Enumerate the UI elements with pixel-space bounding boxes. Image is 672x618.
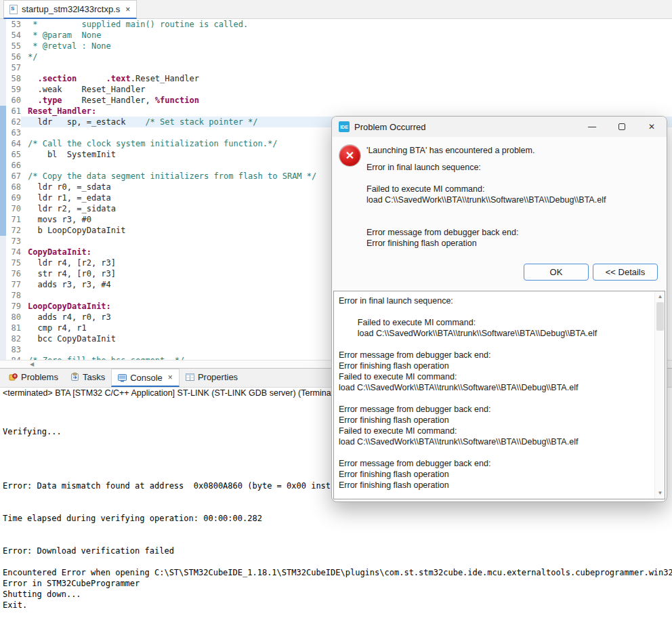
line-number: 66 [6,160,21,171]
line-number: 60 [6,95,21,106]
annotation-strip [0,301,6,312]
annotation-strip [0,62,6,73]
annotation-strip [0,333,6,344]
range-indicator [0,192,6,203]
line-number: 80 [6,312,21,323]
code-line: 59 .weak Reset_Handler [0,84,672,95]
code-text [21,62,672,73]
annotation-strip [0,312,6,323]
line-number: 82 [6,333,21,344]
line-number: 64 [6,138,21,149]
minimize-icon: — [588,122,596,131]
code-text: Reset_Handler: [21,106,672,117]
editor-tab-startup-file[interactable]: S startup_stm32l433rctxp.s × [3,0,137,19]
line-number: 83 [6,344,21,355]
file-icon-letter: S [11,5,15,12]
line-number: 68 [6,182,21,192]
editor-tab-label: startup_stm32l433rctxp.s [22,4,120,14]
tasks-icon [70,373,79,382]
line-number: 57 [6,62,21,73]
dialog-summary: 'Launching BTA' has encountered a proble… [366,146,534,155]
line-number: 78 [6,290,21,301]
scrollbar-thumb[interactable] [656,302,664,331]
annotation-strip [0,30,6,41]
range-indicator [0,203,6,214]
tab-problems[interactable]: Problems [3,369,64,387]
problem-occurred-dialog: IDE Problem Occurred — ✕ ✕ 'Launching BT… [331,116,667,502]
tab-problems-label: Problems [21,372,58,382]
annotation-strip [0,323,6,333]
maximize-button[interactable] [607,117,637,137]
code-text: * @param None [21,30,672,41]
annotation-strip [0,52,6,62]
range-indicator [0,117,6,127]
line-number: 71 [6,214,21,225]
line-number: 79 [6,301,21,312]
range-indicator [0,225,6,236]
details-scrollbar[interactable]: ▲ ▼ [654,291,665,499]
editor-tab-close-icon[interactable]: × [125,5,130,14]
line-number: 62 [6,117,21,127]
minimize-button[interactable]: — [577,117,607,137]
scroll-up-icon[interactable]: ▲ [655,292,665,302]
annotation-strip [0,355,6,360]
details-panel: Error in final launch sequence: Failed t… [333,291,665,499]
details-text[interactable]: Error in final launch sequence: Failed t… [334,291,654,499]
tab-tasks-label: Tasks [83,372,105,382]
console-tab-close-icon[interactable]: × [168,373,173,382]
dialog-titlebar[interactable]: IDE Problem Occurred — ✕ [332,117,667,137]
ide-window: S startup_stm32l433rctxp.s × 53 * suppli… [0,0,672,618]
line-number: 54 [6,30,21,41]
line-number: 73 [6,236,21,247]
scroll-down-icon[interactable]: ▼ [655,489,665,498]
tab-console[interactable]: Console × [111,369,180,387]
range-indicator [0,160,6,171]
annotation-strip [0,258,6,268]
code-line: 56*/ [0,52,672,62]
code-text: .type Reset_Handler, %function [21,95,672,106]
annotation-strip [0,247,6,258]
assembly-file-icon: S [9,5,18,14]
code-line: 60 .type Reset_Handler, %function [0,95,672,106]
annotation-strip [0,84,6,95]
line-number: 67 [6,171,21,182]
ok-button[interactable]: OK [524,264,589,281]
annotation-strip [0,268,6,279]
problems-icon [9,373,18,382]
console-icon [118,373,127,382]
line-number: 69 [6,192,21,203]
range-indicator [0,138,6,149]
range-indicator [0,214,6,225]
tab-properties[interactable]: Properties [180,369,244,387]
line-number: 77 [6,279,21,290]
annotation-strip [0,290,6,301]
code-text: .weak Reset_Handler [21,84,672,95]
code-line: 61Reset_Handler: [0,106,672,117]
code-line: 54 * @param None [0,30,672,41]
code-line: 53 * supplied main() routine is called. [0,19,672,30]
annotation-strip [0,279,6,290]
range-indicator [0,149,6,160]
line-number: 65 [6,149,21,160]
code-line: 57 [0,62,672,73]
editor-tabbar: S startup_stm32l433rctxp.s × [0,0,672,19]
dialog-message: Error in final launch sequence: Failed t… [366,162,606,249]
line-number: 81 [6,323,21,333]
line-number: 70 [6,203,21,214]
close-button[interactable]: ✕ [637,117,667,137]
tab-tasks[interactable]: Tasks [64,369,111,387]
tab-properties-label: Properties [198,372,238,382]
details-button[interactable]: << Details [593,264,658,281]
range-indicator [0,171,6,182]
code-text: */ [21,52,672,62]
line-number: 61 [6,106,21,117]
error-icon: ✕ [339,145,360,166]
code-text: .section .text.Reset_Handler [21,73,672,84]
line-number: 76 [6,268,21,279]
line-number: 63 [6,127,21,138]
dialog-title: Problem Occurred [354,122,577,132]
properties-icon [186,373,194,382]
annotation-strip [0,344,6,355]
line-number: 75 [6,258,21,268]
code-line: 58 .section .text.Reset_Handler [0,73,672,84]
